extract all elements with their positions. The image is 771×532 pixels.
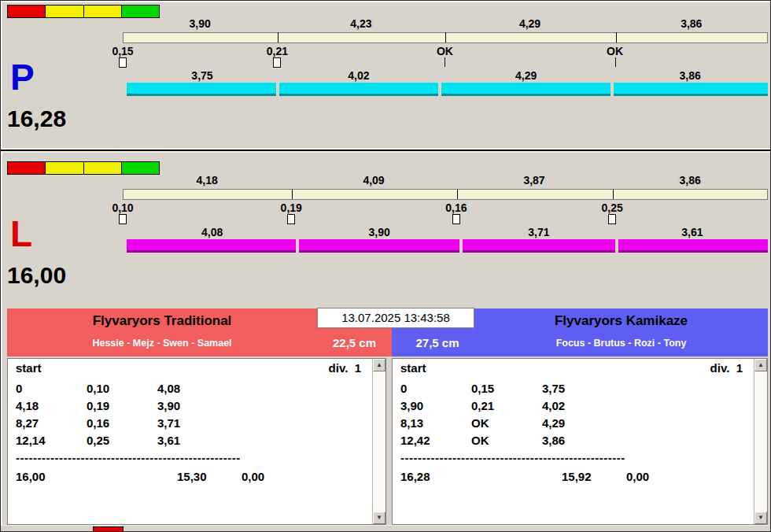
scroll-down-icon[interactable]: ▼ [373,512,386,524]
split-bar-divider [457,189,458,199]
next-lane-indicator [93,526,124,532]
handicap-distance-right: 27,5 cm [398,334,477,352]
results-panel-right: startdiv. 100,153,753,900,214,028,13OK4,… [392,358,768,525]
exchange-label: 0,21 [245,45,308,57]
results-row: 00,153,75 [393,382,754,399]
leg-bars-track [127,83,768,96]
panel-separator [1,148,770,153]
exchange-time-cell: 0,10 [87,382,109,395]
results-list-left[interactable]: startdiv. 100,104,084,180,193,908,270,16… [8,359,372,524]
scroll-up-icon[interactable]: ▲ [373,359,386,371]
exchange-time-cell: 0,25 [87,434,109,447]
vertical-scrollbar[interactable]: ▲ ▼ [372,359,386,524]
split-time-label: 4,18 [175,174,238,187]
results-total-row: 16,0015,300,00 [8,467,372,489]
total-time-cell: 16,00 [16,470,46,483]
results-header-row: startdiv. 1 [393,361,754,382]
team-name-right: Flyvaryors Kamikaze [474,313,768,329]
status-light-3 [122,162,159,174]
status-light-3 [122,6,159,17]
results-row: 12,42OK3,86 [393,434,754,451]
total-time-cell: 16,28 [400,470,430,483]
results-divider: ----------------------------------------… [8,451,372,467]
exchange-tick-icon [615,57,616,67]
status-indicator [7,5,160,18]
exchange-time-cell: 0,21 [471,399,494,412]
exchange-checkbox [287,214,295,224]
status-light-0 [8,6,46,17]
leg-bar-segment [127,239,296,253]
results-row: 3,900,214,02 [393,399,754,416]
results-list-right[interactable]: startdiv. 100,153,753,900,214,028,13OK4,… [393,359,754,524]
sum-legs-cell: 15,92 [562,470,592,483]
teams-results-section: Flyvaryors Traditional Hessie - Mejz - S… [7,308,768,526]
split-time-label: 4,29 [499,17,562,30]
exchange-time-cell: 0,16 [87,416,109,430]
penalty-cell: 0,00 [626,470,649,483]
leg-bar-segment [441,83,611,96]
split-time-label: 4,23 [330,17,393,30]
leg-time-label: 3,75 [171,69,234,82]
leg-time-cell: 3,86 [542,434,565,447]
leg-time-cell: 3,71 [157,416,180,430]
split-bar-divider [445,32,446,42]
lane-panel-p: P16,283,900,153,754,230,214,024,29OK4,29… [2,1,769,149]
exchange-time-cell: OK [471,434,489,447]
split-time-label: 3,86 [660,17,723,30]
scroll-down-icon[interactable]: ▼ [754,512,767,524]
lane-letter: L [10,214,32,253]
exchange-tick-icon [445,57,445,67]
split-time-label: 4,09 [342,174,405,187]
results-row: 4,180,193,90 [8,399,372,416]
exchange-label: 0,15 [91,45,154,57]
cumulative-time-cell: 0 [16,382,22,395]
app-window: P16,283,900,153,754,230,214,024,29OK4,29… [0,0,771,532]
exchange-checkbox [608,214,616,224]
results-total-row: 16,2815,920,00 [393,467,754,489]
results-division-header: div. 1 [710,361,743,375]
results-panel-left: startdiv. 100,104,084,180,193,908,270,16… [7,358,386,525]
split-progress-bar [123,32,768,43]
status-indicator [7,161,160,175]
results-header-row: startdiv. 1 [8,361,372,382]
leg-time-label: 3,90 [348,226,411,238]
sum-legs-cell: 15,30 [177,470,207,483]
leg-bars-track [127,239,768,253]
leg-time-label: 4,29 [495,69,558,82]
status-light-1 [46,6,83,17]
results-divider: ----------------------------------------… [393,451,754,467]
exchange-label: 0,19 [260,201,323,214]
exchange-checkbox [273,57,281,68]
scroll-up-icon[interactable]: ▲ [754,359,767,371]
results-start-header: start [16,361,42,375]
leg-time-cell: 4,02 [542,399,565,412]
exchange-label: 0,25 [581,201,644,214]
team-members-left: Hessie - Mejz - Swen - Samael [7,338,317,349]
split-bar-divider [278,32,279,42]
leg-time-cell: 3,75 [542,382,565,395]
leg-time-label: 4,02 [327,69,390,82]
cumulative-time-cell: 3,90 [400,399,423,412]
team-members-right: Focus - Brutus - Rozi - Tony [474,338,768,349]
results-row: 8,13OK4,29 [393,416,754,434]
vertical-scrollbar[interactable]: ▲ ▼ [754,359,767,524]
leg-time-label: 3,86 [658,69,721,82]
results-division-header: div. 1 [329,361,361,375]
exchange-time-cell: 0,19 [87,399,109,412]
leg-bar-segment [279,83,438,96]
cumulative-time-cell: 12,42 [400,434,430,447]
status-light-0 [8,162,46,174]
exchange-checkbox [119,57,127,68]
exchange-label: OK [584,45,647,57]
leg-time-cell: 4,29 [542,416,565,430]
leg-bar-segment [463,239,615,253]
lane-total-time: 16,00 [7,263,66,288]
results-row: 8,270,163,71 [8,416,372,434]
cumulative-time-cell: 12,14 [16,434,46,447]
status-light-2 [84,162,122,174]
split-progress-bar [123,189,768,200]
leg-bar-segment [614,83,768,96]
exchange-label: 0,10 [91,201,154,214]
results-row: 12,140,253,61 [8,434,372,451]
cumulative-time-cell: 0 [400,382,407,395]
